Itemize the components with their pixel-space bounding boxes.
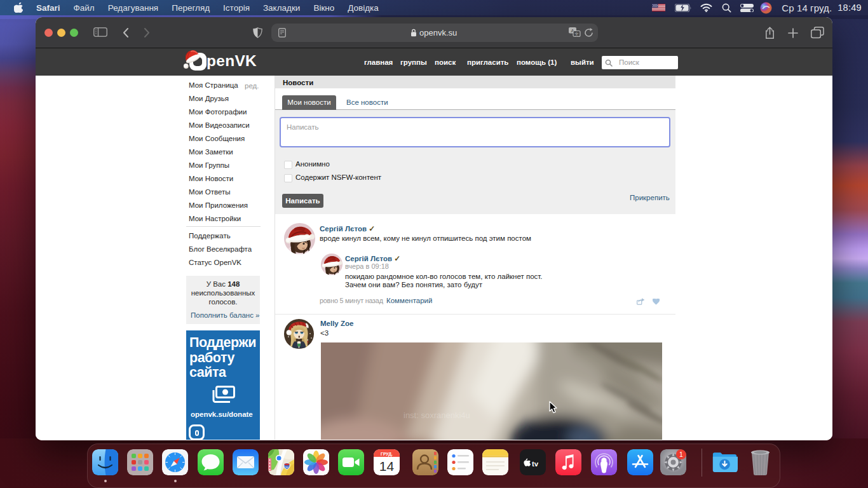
svg-text:tv: tv xyxy=(532,460,539,468)
svg-text:14: 14 xyxy=(379,459,395,473)
svg-text:1: 1 xyxy=(679,451,683,458)
svg-text:文: 文 xyxy=(574,32,579,36)
svg-text:280: 280 xyxy=(285,466,290,469)
svg-text:ГРУД.: ГРУД. xyxy=(381,452,393,457)
svg-text:inst: soxranenki4u: inst: soxranenki4u xyxy=(403,410,470,420)
